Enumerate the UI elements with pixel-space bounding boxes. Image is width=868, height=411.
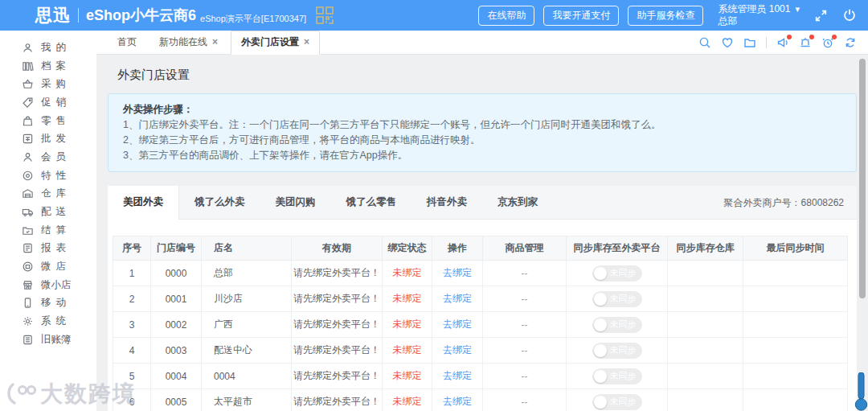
- user-name: 系统管理员 1001: [718, 3, 790, 15]
- platform-tab[interactable]: 美团闪购: [260, 186, 331, 219]
- toggle-knob: [594, 370, 607, 383]
- sidebar-item[interactable]: 系统: [0, 312, 96, 331]
- sidebar-item-label: 我的: [41, 41, 71, 55]
- sidebar-item[interactable]: 移动: [0, 294, 96, 313]
- cell-bind-status: 未绑定: [383, 286, 432, 312]
- sidebar-item[interactable]: 促销: [0, 93, 96, 112]
- header-action-button[interactable]: 助手服务检查: [628, 6, 703, 26]
- cell-bind-status: 未绑定: [383, 389, 432, 411]
- sidebar-item[interactable]: 报表: [0, 240, 96, 258]
- toggle-knob: [594, 293, 607, 306]
- user-icon: [22, 42, 34, 54]
- report-icon: [22, 242, 34, 254]
- cell-validity: 请先绑定外卖平台！: [292, 312, 383, 338]
- qr-code-icon[interactable]: [314, 5, 335, 26]
- sidebar-item[interactable]: 配送: [0, 203, 96, 221]
- go-bind-link[interactable]: 去绑定: [443, 293, 472, 304]
- vertical-scrollbar-thumb[interactable]: [859, 59, 866, 298]
- sync-toggle-switch[interactable]: 未同步: [592, 343, 642, 359]
- go-bind-link[interactable]: 去绑定: [443, 267, 472, 278]
- header-action-button[interactable]: 在线帮助: [478, 6, 534, 26]
- platform-tab[interactable]: 京东到家: [482, 186, 553, 219]
- tag-icon: [22, 97, 34, 109]
- cell-last-sync: [743, 261, 848, 286]
- power-icon[interactable]: [842, 8, 857, 23]
- cell-store-no: 0002: [151, 312, 202, 338]
- close-icon[interactable]: [304, 31, 309, 54]
- search-icon[interactable]: [698, 36, 711, 49]
- platform-subtitle: eShop演示平台[E1700347]: [200, 13, 306, 25]
- platform-tab[interactable]: 美团外卖: [108, 186, 179, 220]
- sync-toggle-switch[interactable]: 未同步: [592, 394, 642, 410]
- nav-tab-label: 首页: [117, 31, 137, 54]
- fullscreen-icon[interactable]: [814, 9, 828, 23]
- cell-store-name: 太平超市: [202, 389, 292, 411]
- notice-line: 1、门店绑定外卖平台。注：一个门店在同一个第三方平台下只能绑定一个账号，但允许一…: [123, 117, 841, 133]
- cell-store-name: 总部: [202, 261, 292, 286]
- platform-tab-strip: 美团外卖 饿了么外卖 美团闪购 饿了么零售 抖音外卖 京东到家 聚合外卖商户号：…: [108, 186, 857, 220]
- table-header-cell: 有效期: [292, 236, 383, 261]
- alarm-clock-icon[interactable]: [821, 36, 834, 49]
- nav-tab[interactable]: 首页: [108, 31, 146, 55]
- go-bind-link[interactable]: 去绑定: [443, 370, 472, 381]
- table-header-cell: 商品管理: [483, 236, 567, 261]
- header-action-button[interactable]: 我要开通支付: [543, 6, 619, 26]
- sync-toggle-switch[interactable]: 未同步: [592, 291, 642, 307]
- sidebar-item[interactable]: 结算: [0, 221, 96, 240]
- sidebar-item[interactable]: 采购: [0, 75, 96, 93]
- sidebar-item-label: 会员: [41, 150, 71, 164]
- cell-validity: 请先绑定外卖平台！: [292, 338, 383, 364]
- sidebar-item[interactable]: 旧账簿: [0, 331, 96, 349]
- sync-toggle-switch[interactable]: 未同步: [592, 265, 642, 282]
- refresh-icon[interactable]: [844, 36, 857, 49]
- main-content: 首页 新功能在线 外卖门店设置: [96, 31, 868, 411]
- sidebar-item[interactable]: 微小店: [0, 276, 96, 294]
- platform-tab[interactable]: 饿了么外卖: [179, 186, 260, 219]
- sidebar-item[interactable]: 会员: [0, 148, 96, 166]
- sidebar-item[interactable]: 批发: [0, 129, 96, 148]
- platform-tab[interactable]: 饿了么零售: [331, 186, 412, 219]
- toggle-label: 未同步: [610, 370, 637, 382]
- sidebar-item-label: 报表: [41, 241, 71, 255]
- wholesale-icon: [22, 133, 34, 145]
- sidebar-item-label: 结算: [41, 224, 71, 237]
- platform-tab[interactable]: 抖音外卖: [411, 186, 482, 219]
- sidebar-item[interactable]: 档案: [0, 57, 96, 76]
- announcement-icon[interactable]: [776, 36, 789, 49]
- table-row: 5 0004 0004 请先绑定外卖平台！ 未绑定 去绑定 --: [113, 364, 848, 389]
- sidebar-item[interactable]: 微店: [0, 257, 96, 276]
- sidebar-item[interactable]: 我的: [0, 39, 96, 57]
- operation-steps-notice: 外卖操作步骤： 1、门店绑定外卖平台。注：一个门店在同一个第三方平台下只能绑定一…: [108, 93, 857, 172]
- cell-store-no: 0001: [151, 286, 202, 312]
- cell-index: 6: [113, 389, 151, 411]
- sidebar-item[interactable]: 特性: [0, 166, 96, 185]
- toggle-knob: [594, 344, 607, 357]
- cell-action: 去绑定: [432, 286, 483, 312]
- basket-icon: [22, 78, 34, 90]
- close-icon[interactable]: [212, 31, 218, 54]
- brand-logo: 思迅: [35, 4, 71, 27]
- cell-sync-warehouse: [668, 389, 743, 411]
- sidebar-item-label: 特性: [41, 169, 71, 183]
- go-bind-link[interactable]: 去绑定: [443, 396, 472, 407]
- user-menu[interactable]: 系统管理员 1001 总部: [718, 3, 800, 27]
- table-header-cell: 绑定状态: [383, 236, 432, 261]
- nav-tab-label: 外卖门店设置: [241, 31, 299, 54]
- folder-icon[interactable]: [743, 36, 756, 49]
- system-icon: [22, 315, 34, 327]
- archive-icon: [22, 60, 34, 72]
- sidebar-item[interactable]: 仓库: [0, 185, 96, 203]
- cell-goods-manage: --: [483, 286, 567, 312]
- cell-sync-toggle: 未同步: [567, 389, 668, 411]
- go-bind-link[interactable]: 去绑定: [443, 319, 472, 330]
- nav-tab[interactable]: 新功能在线: [149, 31, 227, 55]
- sidebar-item[interactable]: 零售: [0, 112, 96, 130]
- sync-toggle-switch[interactable]: 未同步: [592, 317, 642, 333]
- go-bind-link[interactable]: 去绑定: [443, 344, 472, 356]
- cell-last-sync: [743, 364, 848, 389]
- cell-sync-toggle: 未同步: [567, 312, 668, 338]
- alert-siren-icon[interactable]: [799, 36, 812, 49]
- favorite-heart-icon[interactable]: [721, 36, 734, 49]
- sync-toggle-switch[interactable]: 未同步: [592, 368, 642, 384]
- nav-tab[interactable]: 外卖门店设置: [231, 31, 320, 55]
